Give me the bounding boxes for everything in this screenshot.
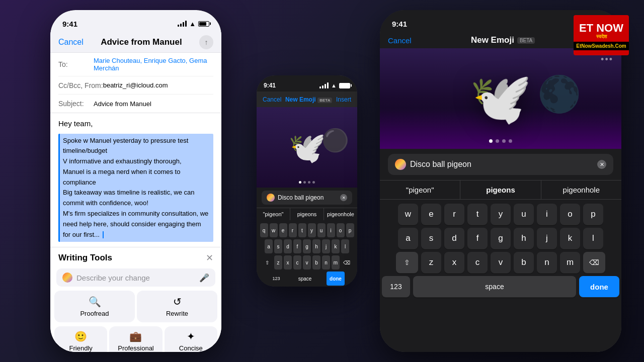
mic-icon[interactable]: 🎤 (199, 273, 209, 283)
key-n-s[interactable]: n (322, 255, 330, 269)
emoji-carousel[interactable]: 🕊️ 🌑 ••• (380, 48, 621, 149)
tool-buttons-row-1: 🔍 Proofread ↺ Rewrite (50, 291, 221, 326)
key-m-s[interactable]: m (332, 255, 340, 269)
writing-tools-panel: Writing Tools ✕ Describe your change 🎤 🔍… (50, 247, 221, 352)
key-h[interactable]: h (514, 228, 534, 249)
key-b[interactable]: b (514, 252, 534, 273)
small-dot-3 (308, 181, 310, 184)
key-i[interactable]: i (537, 204, 557, 225)
small-search-input[interactable]: Disco ball pigeon ✕ (262, 191, 352, 205)
small-ac-pigeons[interactable]: pigeons (290, 208, 324, 220)
key-l[interactable]: l (583, 228, 603, 249)
cancel-button-p1[interactable]: Cancel (58, 38, 84, 47)
insert-btn-p2[interactable]: Insert (336, 96, 351, 103)
key-k-s[interactable]: k (332, 239, 340, 253)
key-l-s[interactable]: l (341, 239, 349, 253)
key-x-s[interactable]: x (284, 255, 292, 269)
key-numbers[interactable]: 123 (382, 276, 410, 297)
key-shift-s[interactable]: ⇧ (262, 255, 273, 269)
key-v[interactable]: v (491, 252, 511, 273)
key-o-s[interactable]: o (337, 223, 345, 237)
key-s-s[interactable]: s (274, 239, 282, 253)
key-h-s[interactable]: h (312, 239, 320, 253)
key-z-s[interactable]: z (274, 255, 282, 269)
key-123-s[interactable]: 123 (269, 272, 283, 286)
key-a-s[interactable]: a (265, 239, 273, 253)
email-subject-field[interactable]: Subject: Advice from Manuel (58, 95, 213, 113)
key-f-s[interactable]: f (293, 239, 301, 253)
key-a[interactable]: a (398, 228, 418, 249)
email-body[interactable]: Hey team, Spoke w Manuel yesterday to pr… (50, 113, 221, 247)
writing-tools-close[interactable]: ✕ (206, 252, 213, 263)
key-g[interactable]: g (491, 228, 511, 249)
key-r[interactable]: r (444, 204, 464, 225)
emoji-search-box[interactable]: Disco ball pigeon ✕ (388, 154, 613, 175)
ac-pigeon-quoted[interactable]: "pigeon" (380, 180, 460, 199)
key-q-s[interactable]: q (260, 223, 268, 237)
small-ai-icon (267, 194, 275, 202)
emoji-search-clear[interactable]: ✕ (597, 160, 606, 169)
key-k[interactable]: k (560, 228, 580, 249)
key-e-s[interactable]: e (279, 223, 287, 237)
key-delete[interactable]: ⌫ (583, 252, 605, 273)
email-selected-text[interactable]: Spoke w Manuel yesterday to pressure tes… (58, 134, 213, 242)
more-options-icon[interactable]: ••• (601, 54, 613, 65)
key-z[interactable]: z (421, 252, 441, 273)
small-search-clear[interactable]: ✕ (340, 194, 347, 201)
writing-tools-input-area[interactable]: Describe your change 🎤 (56, 268, 215, 287)
key-v-s[interactable]: v (303, 255, 311, 269)
key-n[interactable]: n (537, 252, 557, 273)
send-button[interactable]: ↑ (199, 35, 213, 49)
cancel-btn-p3[interactable]: Cancel (388, 36, 412, 45)
proofread-button[interactable]: 🔍 Proofread (54, 291, 135, 322)
key-done-s[interactable]: done (327, 272, 345, 286)
key-space[interactable]: space (413, 276, 576, 297)
friendly-button[interactable]: 🙂 Friendly (54, 326, 107, 352)
key-d-s[interactable]: d (284, 239, 292, 253)
key-u-s[interactable]: u (317, 223, 326, 237)
key-w-s[interactable]: w (270, 223, 278, 237)
key-c[interactable]: c (467, 252, 488, 273)
key-o[interactable]: o (560, 204, 580, 225)
concise-button[interactable]: ✦ Concise (165, 326, 217, 352)
key-i-s[interactable]: i (327, 223, 335, 237)
key-p-s[interactable]: p (346, 223, 354, 237)
key-c-s[interactable]: c (293, 255, 301, 269)
key-f[interactable]: f (467, 228, 488, 249)
email-to-field[interactable]: To: Marie Chouteau, Enrique Gacto, Gema … (58, 53, 213, 76)
et-now-watermark: ET NOW स्वदेश EtNowSwadesh.Com (574, 15, 629, 55)
small-ac-pigeon[interactable]: "pigeon" (257, 208, 290, 220)
key-r-s[interactable]: r (289, 223, 297, 237)
key-space-s[interactable]: space (285, 272, 325, 286)
subject-value: Advice from Manuel (94, 100, 213, 108)
key-b-s[interactable]: b (312, 255, 320, 269)
ac-pigeons[interactable]: pigeons (460, 180, 541, 199)
professional-button[interactable]: 💼 Professional (109, 326, 162, 352)
key-p[interactable]: p (583, 204, 603, 225)
small-ac-pigeonhole[interactable]: pigeonhole (324, 208, 357, 220)
phone-email-screen: 9:41 ▲ Cancel Advice from Manuel ↑ To: (50, 10, 221, 352)
key-j-s[interactable]: j (322, 239, 330, 253)
keyboard-row-3: ⇧ z x c v b n m ⌫ (382, 252, 619, 273)
key-j[interactable]: j (537, 228, 557, 249)
key-g-s[interactable]: g (303, 239, 311, 253)
ac-pigeonhole[interactable]: pigeonhole (541, 180, 621, 199)
key-d[interactable]: d (444, 228, 464, 249)
key-shift[interactable]: ⇧ (396, 252, 418, 273)
key-done[interactable]: done (579, 276, 619, 297)
email-cc-field[interactable]: Cc/Bcc, From: beatriz_ri@icloud.com (58, 76, 213, 95)
key-y-s[interactable]: y (308, 223, 316, 237)
key-s[interactable]: s (421, 228, 441, 249)
key-y[interactable]: y (491, 204, 511, 225)
cancel-btn-p2[interactable]: Cancel (263, 96, 281, 103)
key-x[interactable]: x (444, 252, 464, 273)
beta-badge-p3: BETA (517, 37, 535, 44)
key-t[interactable]: t (467, 204, 488, 225)
key-t-s[interactable]: t (298, 223, 306, 237)
rewrite-button[interactable]: ↺ Rewrite (137, 291, 217, 322)
key-w[interactable]: w (398, 204, 418, 225)
key-delete-s[interactable]: ⌫ (341, 255, 352, 269)
key-e[interactable]: e (421, 204, 441, 225)
key-u[interactable]: u (514, 204, 534, 225)
key-m[interactable]: m (560, 252, 580, 273)
